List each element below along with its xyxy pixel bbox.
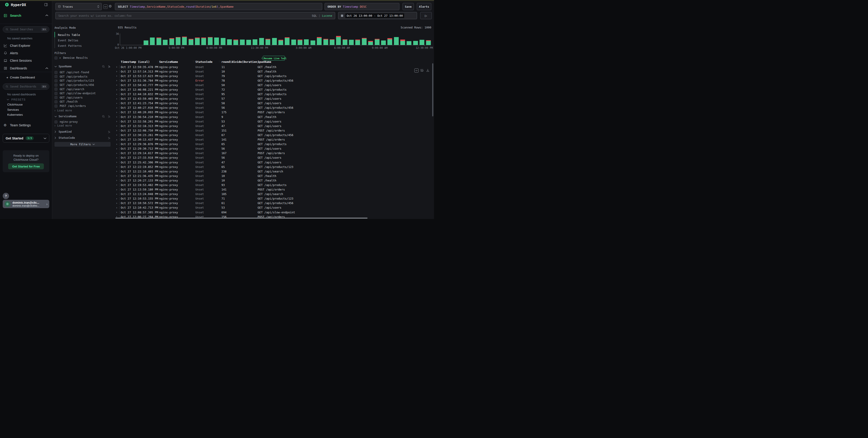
row-expand-icon[interactable]: › bbox=[116, 129, 117, 132]
chevron-up-icon[interactable] bbox=[45, 14, 48, 16]
sidebar-item-client-sessions[interactable]: Client Sessions bbox=[10, 59, 32, 62]
table-row[interactable]: ›Oct 27 12:32:18.313 PMnginx-proxyUnset4… bbox=[115, 124, 432, 128]
row-expand-icon[interactable]: › bbox=[116, 83, 117, 87]
row-expand-icon[interactable]: › bbox=[116, 170, 117, 173]
row-expand-icon[interactable]: › bbox=[116, 88, 117, 91]
table-row[interactable]: ›Oct 27 12:32:58.201 PMnginx-proxyUnset5… bbox=[115, 119, 432, 124]
table-row[interactable]: ›Oct 27 12:46:08.221 PMnginx-proxyUnset7… bbox=[115, 87, 432, 92]
filter-group-servicename[interactable]: ServiceName bbox=[55, 115, 111, 118]
search-icon[interactable] bbox=[102, 65, 105, 68]
filter-item[interactable]: GET /api/products/456 bbox=[55, 83, 113, 87]
table-row[interactable]: ›Oct 27 12:40:20.093 PMnginx-proxyUnset1… bbox=[115, 110, 432, 114]
row-expand-icon[interactable]: › bbox=[116, 106, 117, 109]
pin-icon[interactable] bbox=[107, 136, 111, 139]
filter-item[interactable]: GET /api/search bbox=[55, 87, 113, 91]
row-expand-icon[interactable]: › bbox=[116, 115, 117, 119]
gear-icon[interactable]: ⚙ bbox=[108, 4, 112, 8]
table-row[interactable]: ›Oct 27 12:29:36.876 PMnginx-proxyUnset6… bbox=[115, 142, 432, 146]
search-icon[interactable] bbox=[102, 115, 105, 118]
spanname-load-more[interactable]: ›Load more bbox=[55, 109, 72, 112]
filter-checkbox[interactable] bbox=[55, 88, 57, 91]
column-drag-handle[interactable]: ⋮⋮ bbox=[192, 60, 195, 63]
filter-checkbox[interactable] bbox=[55, 96, 57, 99]
col-statuscode[interactable]: StatusCode bbox=[195, 60, 212, 64]
filter-item[interactable]: GET /api/users bbox=[55, 96, 113, 100]
table-row[interactable]: ›Oct 27 12:27:33.918 PMnginx-proxyUnset5… bbox=[115, 156, 432, 160]
column-drag-handle[interactable]: ⋮⋮ bbox=[218, 60, 221, 63]
horizontal-scrollbar[interactable] bbox=[115, 217, 368, 218]
chart-bars[interactable] bbox=[144, 33, 431, 45]
table-row[interactable]: ›Oct 27 12:30:13.437 PMnginx-proxyUnset1… bbox=[115, 137, 432, 142]
row-expand-icon[interactable]: › bbox=[116, 65, 117, 68]
row-expand-icon[interactable]: › bbox=[116, 143, 117, 146]
presets-section-label[interactable]: PRESETS bbox=[11, 98, 26, 101]
col-spanname[interactable]: SpanName bbox=[257, 60, 271, 64]
table-row[interactable]: ›Oct 27 12:08:57.305 PMnginx-proxyUnset6… bbox=[115, 210, 432, 214]
row-expand-icon[interactable]: › bbox=[116, 111, 117, 114]
date-range-picker[interactable]: Oct 26 13:00:00 - Oct 27 13:00:00 bbox=[338, 12, 417, 19]
filter-checkbox[interactable] bbox=[55, 105, 57, 108]
table-row[interactable]: ›Oct 27 12:32:08.750 PMnginx-proxyUnset1… bbox=[115, 128, 432, 133]
filter-checkbox[interactable] bbox=[55, 92, 57, 95]
chevron-up-icon[interactable] bbox=[45, 67, 48, 69]
denoise-checkbox[interactable] bbox=[55, 57, 57, 60]
more-filters-button[interactable]: More filters bbox=[55, 142, 111, 147]
run-query-button[interactable]: ▷ bbox=[420, 12, 432, 19]
row-expand-icon[interactable]: › bbox=[116, 211, 117, 214]
pin-icon[interactable] bbox=[107, 130, 111, 133]
filter-item[interactable]: GET /health bbox=[55, 100, 113, 104]
row-expand-icon[interactable]: › bbox=[116, 188, 117, 191]
row-expand-icon[interactable]: › bbox=[116, 93, 117, 96]
table-row[interactable]: ›Oct 27 12:57:14.313 PMnginx-proxyUnset1… bbox=[115, 69, 432, 74]
row-expand-icon[interactable]: › bbox=[116, 147, 117, 150]
table-row[interactable]: ›Oct 27 12:19:53.482 PMnginx-proxyUnset9… bbox=[115, 182, 432, 187]
sidebar-item-team-settings[interactable]: Team Settings bbox=[10, 124, 31, 127]
lang-sql-toggle[interactable]: SQL bbox=[312, 14, 317, 18]
col-servicename[interactable]: ServiceName bbox=[159, 60, 178, 64]
table-row[interactable]: ›Oct 27 12:25:42.306 PMnginx-proxyUnset4… bbox=[115, 160, 432, 165]
denoise-results-row[interactable]: ◐ Denoise Results bbox=[55, 56, 88, 60]
filter-group-statuscode[interactable]: StatusCode bbox=[55, 136, 111, 139]
row-expand-icon[interactable]: › bbox=[116, 165, 117, 168]
filter-item[interactable]: GET /api/products/123 bbox=[55, 79, 113, 83]
row-expand-icon[interactable]: › bbox=[116, 102, 117, 105]
table-row[interactable]: ›Oct 27 12:22:10.403 PMnginx-proxyUnset2… bbox=[115, 169, 432, 174]
orderby-input[interactable]: ORDER BY Timestamp DESC bbox=[324, 3, 399, 10]
save-button[interactable]: Save bbox=[403, 3, 414, 10]
row-expand-icon[interactable]: › bbox=[116, 120, 117, 123]
filter-item[interactable]: GET /api/products bbox=[55, 75, 113, 79]
table-row[interactable]: ›Oct 27 12:10:42.713 PMnginx-proxyUnset5… bbox=[115, 205, 432, 210]
code-view-icon[interactable]: <> bbox=[103, 4, 107, 9]
table-row[interactable]: ›Oct 27 12:30:23.261 PMnginx-proxyUnset6… bbox=[115, 133, 432, 137]
table-row[interactable]: ›Oct 27 12:40:27.016 PMnginx-proxyUnset5… bbox=[115, 106, 432, 110]
table-row[interactable]: ›Oct 27 12:22:19.852 PMnginx-proxyUnset6… bbox=[115, 165, 432, 169]
row-expand-icon[interactable]: › bbox=[116, 97, 117, 100]
row-expand-icon[interactable]: › bbox=[116, 183, 117, 187]
mode-event-patterns[interactable]: Event Patterns bbox=[58, 44, 82, 47]
get-started-toggle[interactable]: Get Started 3/3 bbox=[3, 134, 49, 143]
row-expand-icon[interactable]: › bbox=[116, 124, 117, 128]
row-expand-icon[interactable]: › bbox=[116, 156, 117, 159]
pin-icon[interactable] bbox=[107, 115, 111, 118]
help-button[interactable]: ? bbox=[3, 193, 9, 199]
row-expand-icon[interactable]: › bbox=[116, 174, 117, 177]
table-row[interactable]: ›Oct 27 12:44:10.832 PMnginx-proxyUnset9… bbox=[115, 92, 432, 97]
table-row[interactable]: ›Oct 27 12:59:35.478 PMnginx-proxyUnset1… bbox=[115, 65, 432, 69]
sidebar-item-kubernetes[interactable]: Kubernetes bbox=[7, 113, 23, 116]
filter-group-spankind[interactable]: SpanKind bbox=[55, 130, 111, 133]
filter-checkbox[interactable] bbox=[55, 121, 57, 124]
filter-item[interactable]: GET /api/not-found bbox=[55, 70, 113, 75]
row-expand-icon[interactable]: › bbox=[116, 138, 117, 141]
table-row[interactable]: ›Oct 27 12:41:23.754 PMnginx-proxyUnset5… bbox=[115, 101, 432, 106]
table-row[interactable]: ›Oct 27 12:10:53.155 PMnginx-proxyUnset7… bbox=[115, 196, 432, 201]
row-expand-icon[interactable]: › bbox=[116, 193, 117, 196]
row-expand-icon[interactable]: › bbox=[116, 74, 117, 77]
table-row[interactable]: ›Oct 27 12:21:36.435 PMnginx-proxyUnset1… bbox=[115, 174, 432, 178]
filter-item[interactable]: GET /api/slow-endpoint bbox=[55, 91, 113, 96]
col-duration[interactable]: round(divide(Duration, bbox=[221, 60, 259, 64]
mode-event-deltas[interactable]: Event Deltas bbox=[58, 39, 78, 42]
results-histogram[interactable]: 36 0 Oct 26 1:00:00 PM5:00:00 PM8:00:00 … bbox=[120, 33, 431, 45]
table-row[interactable]: ›Oct 27 12:51:36.784 PMnginx-proxyError7… bbox=[115, 78, 432, 83]
sidebar-item-clickhouse[interactable]: ClickHouse bbox=[7, 103, 23, 106]
filter-checkbox[interactable] bbox=[55, 71, 57, 74]
